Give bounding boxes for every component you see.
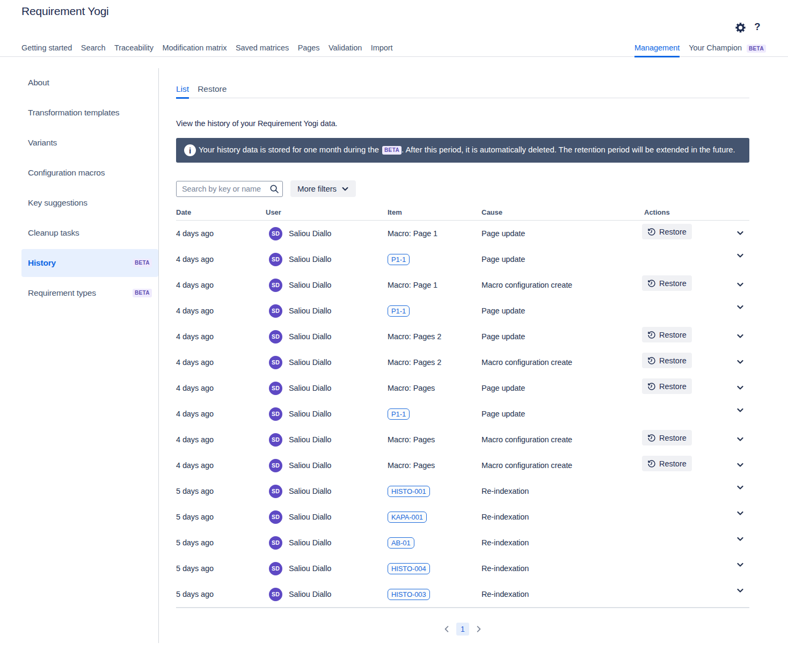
restore-button-label: Restore	[659, 434, 687, 442]
column-header-date: Date	[176, 208, 191, 216]
requirement-key-link[interactable]: AB-01	[388, 537, 414, 549]
restore-button-label: Restore	[659, 356, 687, 365]
table-bottom-divider	[176, 607, 749, 608]
sidebar-item-requirement-types[interactable]: Requirement typesBETA	[21, 279, 158, 307]
row-expand-chevron-icon[interactable]	[737, 383, 743, 388]
sidebar-item-key-suggestions[interactable]: Key suggestions	[21, 189, 158, 217]
more-filters-label: More filters	[297, 184, 337, 193]
sidebar-item-history[interactable]: HistoryBETA	[21, 249, 158, 277]
chevron-down-icon	[737, 408, 743, 413]
chevron-down-icon	[737, 334, 743, 339]
row-expand-chevron-icon[interactable]	[737, 483, 743, 487]
chevron-down-icon	[737, 253, 743, 258]
row-cause: Page update	[481, 375, 525, 401]
sidebar-item-label: History	[28, 258, 56, 268]
search-icon[interactable]	[269, 184, 279, 194]
row-expand-chevron-icon[interactable]	[737, 586, 743, 590]
requirement-key-link[interactable]: HISTO-003	[388, 589, 430, 600]
restore-history-icon	[647, 434, 656, 442]
sidebar-item-cleanup-tasks[interactable]: Cleanup tasks	[21, 219, 158, 247]
pagination-next-icon[interactable]	[477, 626, 481, 632]
search-input[interactable]	[182, 181, 268, 196]
row-cause: Page update	[481, 221, 525, 246]
row-expand-chevron-icon[interactable]	[737, 280, 743, 284]
user-name: Saliou Diallo	[289, 461, 331, 470]
requirement-key-link[interactable]: HISTO-001	[388, 486, 430, 497]
row-expand-chevron-icon[interactable]	[737, 302, 743, 307]
restore-button[interactable]: Restore	[642, 430, 692, 445]
row-date: 4 days ago	[176, 427, 214, 452]
restore-history-icon	[647, 459, 656, 468]
table-row: 5 days agoSDSaliou DialloAB-01Re-indexat…	[176, 530, 749, 556]
sidebar-item-label: About	[28, 78, 49, 87]
row-expand-chevron-icon[interactable]	[737, 534, 743, 539]
requirement-key-link[interactable]: P1-1	[388, 408, 410, 420]
user-name: Saliou Diallo	[289, 590, 331, 598]
row-expand-chevron-icon[interactable]	[737, 460, 743, 465]
row-user: SDSaliou Diallo	[269, 504, 331, 530]
user-name: Saliou Diallo	[289, 513, 331, 521]
sidebar-item-about[interactable]: About	[21, 69, 158, 97]
row-expand-chevron-icon[interactable]	[737, 560, 743, 565]
row-expand-chevron-icon[interactable]	[737, 228, 743, 233]
row-cause: Macro configuration create	[481, 349, 572, 375]
requirement-key-link[interactable]: HISTO-004	[388, 563, 430, 574]
row-item: HISTO-003	[388, 581, 430, 607]
row-item: HISTO-004	[388, 556, 430, 581]
page-description: View the history of your Requirement Yog…	[176, 119, 338, 128]
restore-button[interactable]: Restore	[642, 456, 692, 471]
row-expand-chevron-icon[interactable]	[737, 508, 743, 513]
chevron-down-icon	[342, 187, 348, 191]
chevron-down-icon	[737, 282, 743, 287]
tab-restore[interactable]: Restore	[198, 84, 227, 98]
restore-button[interactable]: Restore	[642, 353, 692, 368]
nav-item-getting-started[interactable]: Getting started	[21, 43, 72, 53]
requirement-key-link[interactable]: P1-1	[388, 305, 410, 317]
avatar: SD	[269, 407, 282, 421]
restore-button[interactable]: Restore	[642, 378, 692, 394]
row-expand-chevron-icon[interactable]	[737, 251, 743, 255]
nav-item-traceability[interactable]: Traceability	[114, 43, 154, 53]
row-expand-chevron-icon[interactable]	[737, 331, 743, 336]
more-filters-button[interactable]: More filters	[290, 180, 356, 197]
row-user: SDSaliou Diallo	[269, 375, 331, 401]
avatar: SD	[269, 485, 282, 498]
table-row: 4 days agoSDSaliou DialloMacro: Pages 2P…	[176, 324, 749, 349]
requirement-key-link[interactable]: KAPA-001	[388, 512, 427, 523]
row-expand-chevron-icon[interactable]	[737, 357, 743, 362]
pagination-prev-icon[interactable]	[444, 626, 449, 632]
info-icon: i	[184, 144, 196, 156]
info-banner: i Your history data is stored for one mo…	[176, 138, 749, 163]
restore-button[interactable]: Restore	[642, 327, 692, 342]
restore-button-label: Restore	[659, 228, 687, 236]
user-name: Saliou Diallo	[289, 306, 331, 315]
restore-button-label: Restore	[659, 459, 687, 468]
row-user: SDSaliou Diallo	[269, 427, 331, 452]
restore-button[interactable]: Restore	[642, 275, 692, 291]
row-date: 4 days ago	[176, 375, 214, 401]
table-row: 5 days agoSDSaliou DialloHISTO-004Re-ind…	[176, 556, 749, 581]
row-cause: Macro configuration create	[481, 452, 572, 478]
pagination-page-1[interactable]: 1	[456, 623, 469, 636]
requirement-key-link[interactable]: P1-1	[388, 254, 410, 265]
tab-list[interactable]: List	[176, 84, 189, 98]
sidebar-item-variants[interactable]: Variants	[21, 129, 158, 157]
nav-item-search[interactable]: Search	[81, 43, 106, 53]
row-item: KAPA-001	[388, 504, 427, 530]
table-row: 5 days agoSDSaliou DialloHISTO-003Re-ind…	[176, 581, 749, 607]
row-cause: Macro configuration create	[481, 272, 572, 298]
restore-button[interactable]: Restore	[642, 224, 692, 239]
avatar: SD	[269, 459, 282, 472]
info-banner-text: Your history data is stored for one mont…	[199, 145, 735, 155]
avatar: SD	[269, 382, 282, 395]
row-date: 5 days ago	[176, 581, 214, 607]
row-cause: Macro configuration create	[481, 427, 572, 452]
sidebar-item-configuration-macros[interactable]: Configuration macros	[21, 159, 158, 187]
restore-button-label: Restore	[659, 331, 687, 339]
row-expand-chevron-icon[interactable]	[737, 405, 743, 410]
row-expand-chevron-icon[interactable]	[737, 434, 743, 439]
sidebar-item-transformation-templates[interactable]: Transformation templates	[21, 99, 158, 127]
table-row: 4 days agoSDSaliou DialloMacro: Page 1Pa…	[176, 221, 749, 246]
avatar: SD	[269, 433, 282, 447]
row-user: SDSaliou Diallo	[269, 530, 331, 556]
